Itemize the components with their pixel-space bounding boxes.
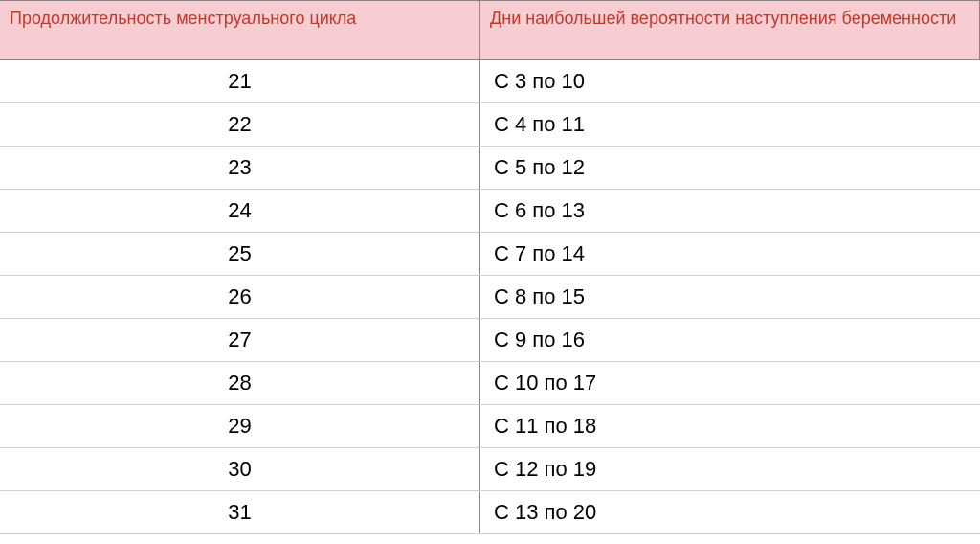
table-row: 26 С 8 по 15 <box>0 276 980 319</box>
table-row: 31 С 13 по 20 <box>0 491 980 534</box>
table-header-row: Продолжительность менструального цикла Д… <box>0 1 980 60</box>
table-row: 23 С 5 по 12 <box>0 147 980 190</box>
table-row: 28 С 10 по 17 <box>0 362 980 405</box>
cell-fertile-days: С 9 по 16 <box>480 319 980 362</box>
header-cycle-length: Продолжительность менструального цикла <box>0 1 480 60</box>
cell-cycle-length: 23 <box>0 147 480 190</box>
header-fertile-days: Дни наибольшей вероятности наступления б… <box>480 1 980 60</box>
table-row: 21 С 3 по 10 <box>0 60 980 103</box>
cell-fertile-days: С 4 по 11 <box>480 103 980 147</box>
cell-fertile-days: С 10 по 17 <box>480 362 980 405</box>
cell-fertile-days: С 8 по 15 <box>480 276 980 319</box>
cell-cycle-length: 24 <box>0 190 480 233</box>
cell-cycle-length: 30 <box>0 448 480 491</box>
cell-fertile-days: С 5 по 12 <box>480 147 980 190</box>
cell-cycle-length: 21 <box>0 60 480 103</box>
table-row: 30 С 12 по 19 <box>0 448 980 491</box>
cell-cycle-length: 28 <box>0 362 480 405</box>
table-body: 21 С 3 по 10 22 С 4 по 11 23 С 5 по 12 2… <box>0 60 980 534</box>
cell-fertile-days: С 3 по 10 <box>480 60 980 103</box>
cell-cycle-length: 31 <box>0 491 480 534</box>
table-row: 29 С 11 по 18 <box>0 405 980 448</box>
cell-fertile-days: С 6 по 13 <box>480 190 980 233</box>
cell-cycle-length: 22 <box>0 103 480 147</box>
cell-fertile-days: С 7 по 14 <box>480 233 980 276</box>
cell-cycle-length: 26 <box>0 276 480 319</box>
cell-fertile-days: С 11 по 18 <box>480 405 980 448</box>
table-row: 25 С 7 по 14 <box>0 233 980 276</box>
table-row: 27 С 9 по 16 <box>0 319 980 362</box>
fertility-table: Продолжительность менструального цикла Д… <box>0 0 980 534</box>
cell-cycle-length: 29 <box>0 405 480 448</box>
table-row: 24 С 6 по 13 <box>0 190 980 233</box>
cell-cycle-length: 27 <box>0 319 480 362</box>
cell-cycle-length: 25 <box>0 233 480 276</box>
table-row: 22 С 4 по 11 <box>0 103 980 147</box>
cell-fertile-days: С 13 по 20 <box>480 491 980 534</box>
cell-fertile-days: С 12 по 19 <box>480 448 980 491</box>
